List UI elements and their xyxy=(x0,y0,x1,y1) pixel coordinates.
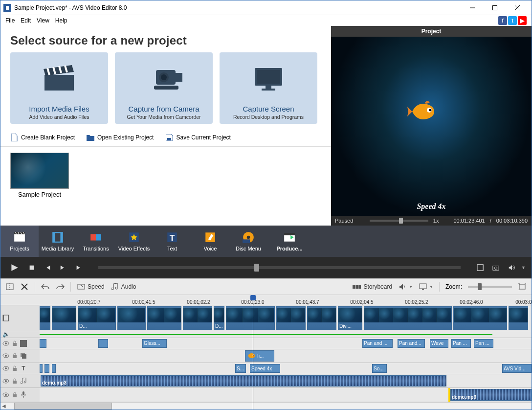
timeline-clip[interactable] xyxy=(183,306,212,330)
delete-clip-button[interactable] xyxy=(20,282,29,291)
timeline-clip[interactable] xyxy=(52,306,76,330)
timeline-clip[interactable] xyxy=(509,306,528,330)
tab-video-effects[interactable]: Video Effects xyxy=(115,226,153,257)
timeline-clip[interactable]: Speed 4x xyxy=(250,364,280,373)
timeline-clip[interactable] xyxy=(276,306,306,330)
split-clip-button[interactable] xyxy=(5,282,14,291)
open-existing-project[interactable]: Open Existing Project xyxy=(87,134,154,141)
timeline-clip[interactable]: Pan ... xyxy=(474,339,493,348)
menu-file[interactable]: File xyxy=(2,16,18,25)
tab-transitions[interactable]: Transitions xyxy=(77,226,115,257)
volume-mix-button[interactable]: ▼ xyxy=(398,282,413,291)
timeline-clip[interactable]: demo.mp3 xyxy=(450,389,532,400)
snapshot-button[interactable] xyxy=(490,262,502,273)
track-text-content[interactable]: S...Speed 4xSo...AVS Vid... xyxy=(40,363,532,374)
audio-button[interactable]: Audio xyxy=(111,282,136,291)
track-volume-content[interactable] xyxy=(40,331,532,338)
track-fx-content[interactable]: Glass...Pan and ...Pan and...WavePan ...… xyxy=(40,338,532,349)
close-button[interactable] xyxy=(506,0,529,15)
timeline-clip[interactable] xyxy=(52,364,56,373)
timeline-ruler[interactable]: 00:00:20.700:00:41.500:01:02.200:01:23.0… xyxy=(0,295,532,305)
timeline-clip[interactable]: fi... xyxy=(245,350,274,362)
timeline-clip[interactable]: Pan and... xyxy=(398,339,425,348)
timeline-clip[interactable]: Wave xyxy=(430,339,448,348)
next-button[interactable] xyxy=(57,262,69,273)
tab-text[interactable]: T Text xyxy=(153,226,191,257)
timeline-clip[interactable]: Glass... xyxy=(142,339,167,348)
lock-icon[interactable] xyxy=(11,365,18,372)
card-capture-screen[interactable]: Capture Screen Record Desktop and Progra… xyxy=(220,52,317,124)
timeline-clip[interactable] xyxy=(147,306,181,330)
volume-dropdown-icon[interactable]: ▼ xyxy=(521,265,526,270)
play-button[interactable] xyxy=(6,260,22,275)
tab-projects[interactable]: Projects xyxy=(0,226,39,257)
card-capture-camera[interactable]: Capture from Camera Get Your Media from … xyxy=(115,52,213,124)
track-audio-content[interactable]: demo.mp3 xyxy=(40,374,532,387)
playback-scrubber[interactable] xyxy=(98,266,461,269)
svg-rect-23 xyxy=(96,234,101,241)
lock-icon[interactable] xyxy=(11,378,18,385)
zoom-fit-button[interactable] xyxy=(518,282,527,291)
timeline-scrollbar[interactable]: ◄ xyxy=(0,402,532,410)
speed-slider[interactable] xyxy=(370,220,428,222)
twitter-icon[interactable]: t xyxy=(508,16,517,25)
fit-screen-button[interactable]: ▼ xyxy=(419,282,433,291)
timeline-clip[interactable] xyxy=(40,364,43,373)
create-blank-project[interactable]: Create Blank Project xyxy=(10,134,75,141)
speed-button[interactable]: Speed xyxy=(77,282,105,291)
zoom-slider[interactable] xyxy=(468,286,512,288)
stop-button[interactable] xyxy=(26,262,38,273)
timeline-clip[interactable] xyxy=(40,339,46,348)
undo-button[interactable] xyxy=(41,282,50,291)
prev-button[interactable] xyxy=(42,262,53,273)
track-overlay-content[interactable]: fi... xyxy=(40,349,532,363)
track-voice-content[interactable]: demo.mp3 xyxy=(40,388,532,401)
timeline-clip[interactable] xyxy=(98,339,108,348)
youtube-icon[interactable]: ▶ xyxy=(518,16,527,25)
timeline-clip[interactable] xyxy=(44,364,49,373)
menu-view[interactable]: View xyxy=(34,16,52,25)
project-thumbnail[interactable] xyxy=(10,153,69,189)
timeline-clip[interactable]: D... xyxy=(78,306,116,330)
timeline-clip[interactable] xyxy=(453,306,507,330)
minimize-button[interactable] xyxy=(461,0,484,15)
tab-voice[interactable]: Voice xyxy=(191,226,229,257)
tab-media-library[interactable]: Media Library xyxy=(39,226,77,257)
facebook-icon[interactable]: f xyxy=(498,16,507,25)
timeline-clip[interactable]: Divi... xyxy=(338,306,362,330)
preview-video[interactable]: Speed 4x xyxy=(331,37,532,216)
timeline-clip[interactable]: demo.mp3 xyxy=(41,375,446,387)
timeline-clip[interactable]: Pan and ... xyxy=(362,339,393,348)
fullscreen-button[interactable] xyxy=(474,262,486,273)
menu-edit[interactable]: Edit xyxy=(18,16,34,25)
menu-help[interactable]: Help xyxy=(52,16,70,25)
timeline-clip[interactable] xyxy=(117,306,146,330)
eye-icon[interactable] xyxy=(2,340,9,347)
timeline-clip[interactable]: D... xyxy=(214,306,224,330)
track-video-content[interactable]: D...D...Divi... xyxy=(40,305,532,331)
lock-icon[interactable] xyxy=(11,340,18,347)
volume-button[interactable] xyxy=(506,262,517,273)
eye-icon[interactable] xyxy=(2,391,9,398)
tab-produce[interactable]: Produce... xyxy=(267,226,311,257)
timeline-clip[interactable]: S... xyxy=(235,364,246,373)
lock-icon[interactable] xyxy=(11,352,18,359)
next-frame-button[interactable] xyxy=(73,262,85,273)
timeline-clip[interactable] xyxy=(226,306,275,330)
timeline-clip[interactable]: AVS Vid... xyxy=(502,364,532,373)
card-import-media[interactable]: Import Media Files Add Video and Audio F… xyxy=(10,52,108,124)
save-current-project[interactable]: Save Current Project xyxy=(165,134,230,141)
eye-icon[interactable] xyxy=(2,365,9,372)
storyboard-button[interactable]: Storyboard xyxy=(353,282,392,291)
timeline-clip[interactable]: So... xyxy=(372,364,387,373)
timeline-clip[interactable] xyxy=(364,306,452,330)
eye-icon[interactable] xyxy=(2,352,9,359)
tab-disc-menu[interactable]: Disc Menu xyxy=(229,226,267,257)
timeline-clip[interactable] xyxy=(40,306,50,330)
timeline-clip[interactable]: Pan ... xyxy=(451,339,471,348)
eye-icon[interactable] xyxy=(2,378,9,385)
lock-icon[interactable] xyxy=(11,391,18,398)
timeline-clip[interactable] xyxy=(307,306,336,330)
maximize-button[interactable] xyxy=(484,0,506,15)
redo-button[interactable] xyxy=(56,282,65,291)
